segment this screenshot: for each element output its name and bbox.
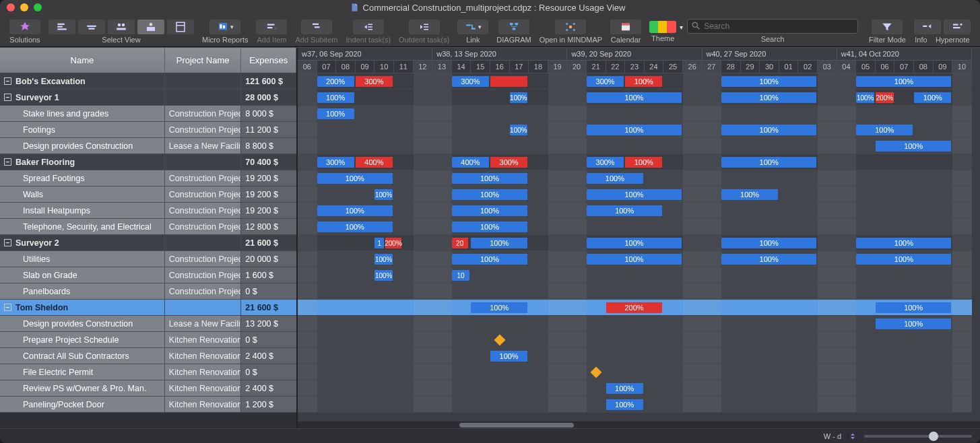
allocation-bar[interactable]: 20 <box>452 238 468 248</box>
day-header[interactable]: 02 <box>798 61 818 73</box>
day-header[interactable]: 07 <box>317 61 337 73</box>
calendar-group[interactable]: Calendar <box>606 15 645 46</box>
view-resource-button[interactable] <box>108 20 135 34</box>
allocation-bar[interactable]: 100% <box>856 125 913 135</box>
allocation-bar[interactable]: 100% <box>510 125 528 135</box>
hypernote-button[interactable] <box>944 20 971 34</box>
theme-group[interactable]: ▾ Theme <box>645 15 680 46</box>
allocation-bar[interactable]: 200% <box>606 302 663 313</box>
allocation-bar[interactable]: 300% <box>356 76 393 87</box>
day-header[interactable]: 21 <box>587 61 606 73</box>
add-subitem-group[interactable]: Add Subitem <box>291 15 341 46</box>
info-button[interactable] <box>914 20 941 34</box>
allocation-bar[interactable]: 100% <box>374 270 393 281</box>
allocation-bar[interactable]: 100% <box>721 189 778 200</box>
table-row[interactable]: Review PS w/Owner & Pro. Man.Kitchen Ren… <box>0 380 296 397</box>
add-subitem-button[interactable] <box>301 20 332 34</box>
table-row[interactable]: File Electric PermitKitchen Renovation0 … <box>0 364 296 380</box>
indent-group[interactable]: Indent task(s) <box>341 15 395 46</box>
table-row[interactable]: Contract All Sub ContractorsKitchen Reno… <box>0 348 296 364</box>
table-row[interactable]: −Tom Sheldon21 600 $ <box>0 300 296 316</box>
day-header[interactable]: 27 <box>702 61 721 73</box>
table-row[interactable]: WallsConstruction Project19 200 $ <box>0 186 296 203</box>
timeline-row[interactable] <box>298 283 972 300</box>
timeline-grid[interactable]: 200%300%300%300%100%100%100%100%100%100%… <box>298 73 980 413</box>
timeline-row[interactable]: 100% <box>298 380 972 397</box>
outdent-button[interactable] <box>409 20 440 34</box>
view-sheet-button[interactable] <box>167 20 194 34</box>
allocation-bar[interactable]: 100% <box>471 238 527 248</box>
timeline-row[interactable]: 100% <box>298 316 972 332</box>
table-row[interactable]: UtilitiesConstruction Project20 000 $ <box>0 251 296 267</box>
day-header[interactable]: 25 <box>663 61 683 73</box>
allocation-bar[interactable]: 100% <box>856 92 874 103</box>
allocation-bar[interactable]: 100% <box>587 189 682 200</box>
day-header[interactable]: 15 <box>471 61 490 73</box>
select-view-group[interactable]: Select View <box>44 15 198 46</box>
allocation-bar[interactable]: 300% <box>490 157 527 168</box>
table-row[interactable]: Stake lines and gradesConstruction Proje… <box>0 106 296 122</box>
allocation-bar[interactable]: 300% <box>452 76 489 87</box>
allocation-bar[interactable]: 100% <box>510 92 528 103</box>
allocation-bar[interactable]: 100% <box>452 189 527 200</box>
link-button[interactable]: ▾ <box>457 20 488 34</box>
zoom-icon[interactable] <box>34 3 42 11</box>
allocation-bar[interactable]: 100% <box>317 173 393 184</box>
allocation-bar[interactable]: 100% <box>471 302 527 313</box>
theme-button[interactable]: ▾ <box>649 21 676 33</box>
allocation-bar[interactable]: 100% <box>317 108 354 119</box>
info-group[interactable]: Info Hypernote <box>910 15 975 46</box>
timeline-row[interactable]: 100% <box>298 138 972 154</box>
table-row[interactable]: −Surveyor 221 600 $ <box>0 235 296 251</box>
table-row[interactable]: −Baker Flooring70 400 $ <box>0 154 296 170</box>
mindmap-button[interactable] <box>555 20 586 34</box>
allocation-bar[interactable]: 100% <box>490 351 527 362</box>
allocation-bar[interactable]: 300% <box>587 76 624 87</box>
allocation-bar[interactable]: 200% <box>876 92 894 103</box>
allocation-bar[interactable]: 100% <box>721 238 816 248</box>
allocation-bar[interactable]: 100% <box>721 76 816 87</box>
table-row[interactable]: FootingsConstruction Project11 200 $ <box>0 122 296 138</box>
timeline-row[interactable]: 100%100%100%100%100%200%100% <box>298 90 972 106</box>
collapse-icon[interactable]: − <box>4 158 11 166</box>
header-project[interactable]: Project Name <box>165 48 241 73</box>
allocation-bar[interactable]: 100% <box>721 254 816 265</box>
outdent-group[interactable]: Outdent task(s) <box>395 15 453 46</box>
timeline-row[interactable]: 200%300%300%300%100%100%100% <box>298 73 972 90</box>
table-row[interactable]: Spread FootingsConstruction Project19 20… <box>0 170 296 186</box>
allocation-bar[interactable] <box>490 76 527 87</box>
allocation-bar[interactable]: 400% <box>452 157 489 168</box>
allocation-bar[interactable]: 100% <box>317 205 393 216</box>
table-row[interactable]: Telephone, Security, and ElectricalConst… <box>0 219 296 235</box>
allocation-bar[interactable]: 100% <box>721 125 816 135</box>
allocation-bar[interactable]: 400% <box>356 157 393 168</box>
table-row[interactable]: PanelboardsConstruction Project0 $ <box>0 283 296 300</box>
allocation-bar[interactable]: 100% <box>721 92 816 103</box>
micro-reports-group[interactable]: ▾ Micro Reports <box>198 15 252 46</box>
zoom-knob[interactable] <box>929 432 938 441</box>
allocation-bar[interactable]: 100% <box>625 157 662 168</box>
timeline-row[interactable]: 100%100%100% <box>298 203 972 219</box>
timeline-row[interactable]: 1200%20100%100%100%100% <box>298 235 972 251</box>
timeline-row[interactable]: 100%100% <box>298 219 972 235</box>
day-header[interactable]: 05 <box>856 61 876 73</box>
table-row[interactable]: Paneling/Pocket DoorKitchen Renovation1 … <box>0 397 296 413</box>
day-header[interactable]: 04 <box>837 61 857 73</box>
day-header[interactable]: 24 <box>645 61 664 73</box>
milestone-icon[interactable] <box>591 367 602 378</box>
timeline-row[interactable]: 100%10 <box>298 267 972 283</box>
view-timeline-button[interactable] <box>78 20 105 34</box>
add-item-group[interactable]: + Add Item <box>252 15 291 46</box>
link-group[interactable]: ▾ Link <box>453 15 492 46</box>
scrollbar-thumb[interactable] <box>459 423 574 428</box>
allocation-bar[interactable]: 100% <box>606 383 643 394</box>
day-header[interactable]: 16 <box>490 61 510 73</box>
allocation-bar[interactable]: 200% <box>385 238 401 248</box>
day-header[interactable]: 08 <box>914 61 934 73</box>
header-name[interactable]: Name <box>0 48 165 73</box>
day-header[interactable]: 06 <box>876 61 895 73</box>
timeline-row[interactable]: 100%200%100% <box>298 300 972 316</box>
allocation-bar[interactable]: 100% <box>374 254 393 265</box>
allocation-bar[interactable]: 100% <box>856 238 951 248</box>
week-header[interactable]: w39, 20 Sep 2020 <box>567 48 702 61</box>
